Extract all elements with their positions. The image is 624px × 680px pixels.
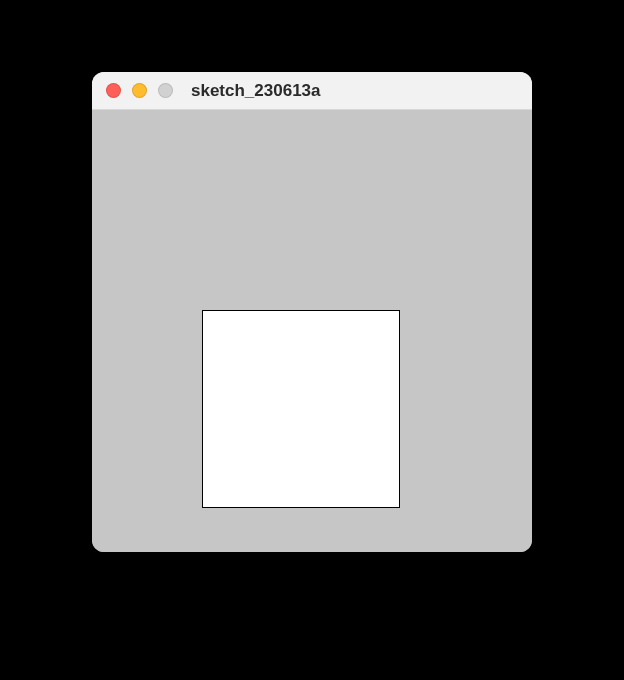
- traffic-lights: [106, 83, 173, 98]
- titlebar[interactable]: sketch_230613a: [92, 72, 532, 110]
- sketch-canvas: [92, 110, 532, 552]
- window-title: sketch_230613a: [191, 81, 321, 101]
- app-window: sketch_230613a: [92, 72, 532, 552]
- rect-shape: [202, 310, 400, 508]
- close-icon[interactable]: [106, 83, 121, 98]
- maximize-icon: [158, 83, 173, 98]
- minimize-icon[interactable]: [132, 83, 147, 98]
